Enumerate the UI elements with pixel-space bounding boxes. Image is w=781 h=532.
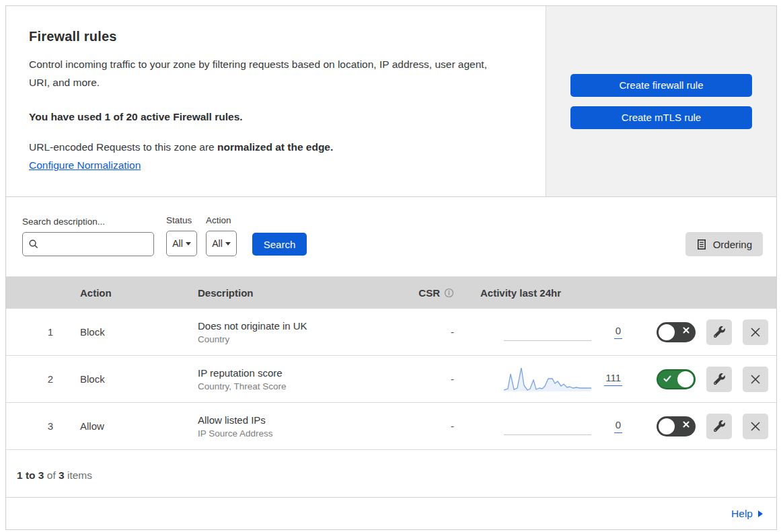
- activity-sparkline: [504, 365, 591, 394]
- action-dropdown-value: All: [212, 238, 223, 249]
- activity-flatline: [504, 434, 591, 435]
- activity-count-link[interactable]: 0: [614, 325, 622, 339]
- range-text: 1 to 3: [17, 469, 44, 482]
- search-box: [22, 232, 154, 256]
- rules-table-body: 1 Block Does not originate in UK Country…: [6, 309, 776, 450]
- search-label: Search description...: [22, 217, 154, 227]
- chevron-down-icon: [225, 242, 231, 245]
- status-label: Status: [166, 215, 197, 225]
- status-dropdown[interactable]: All: [166, 231, 197, 256]
- column-csr-label: CSR: [418, 287, 440, 299]
- rule-description-cell: Does not originate in UK Country: [188, 320, 391, 344]
- hero-text: Firewall rules Control incoming traffic …: [6, 6, 546, 196]
- status-dropdown-value: All: [172, 238, 183, 249]
- action-label: Action: [206, 215, 237, 225]
- page-title: Firewall rules: [29, 29, 519, 44]
- cross-icon: [683, 327, 690, 334]
- column-action: Action: [70, 287, 188, 299]
- rule-match-fields: Country: [198, 334, 391, 344]
- rule-activity-cell: 0: [465, 317, 632, 347]
- table-row: 3 Allow Allow listed IPs IP Source Addre…: [6, 403, 776, 450]
- pagination-summary: 1 to 3 of 3 items: [6, 450, 776, 497]
- toggle-knob: [677, 371, 694, 387]
- close-icon: [749, 373, 761, 385]
- rule-description-cell: IP reputation score Country, Threat Scor…: [188, 367, 391, 391]
- page-description: Control incoming traffic to your zone by…: [29, 56, 507, 91]
- delete-rule-button[interactable]: [743, 414, 768, 439]
- filter-bar: Search description... Status All Action …: [6, 197, 776, 276]
- rule-enabled-toggle[interactable]: [657, 416, 696, 436]
- rule-description[interactable]: Allow listed IPs: [198, 414, 391, 426]
- info-icon[interactable]: [444, 288, 454, 298]
- delete-rule-button[interactable]: [743, 319, 768, 345]
- create-mtls-rule-button[interactable]: Create mTLS rule: [570, 106, 752, 129]
- activity-sparkline: [504, 412, 591, 441]
- rule-match-fields: Country, Threat Score: [198, 381, 391, 391]
- chevron-down-icon: [186, 242, 191, 245]
- toggle-knob: [659, 324, 675, 340]
- ordering-icon: [696, 239, 707, 250]
- activity-count-link[interactable]: 111: [604, 372, 622, 386]
- help-row: Help: [6, 497, 776, 529]
- activity-flatline: [504, 340, 591, 341]
- rule-priority: 3: [6, 420, 70, 432]
- rule-csr-value: -: [391, 373, 465, 385]
- rule-action: Allow: [70, 420, 188, 432]
- rule-description[interactable]: IP reputation score: [198, 367, 391, 379]
- create-firewall-rule-button[interactable]: Create firewall rule: [570, 74, 752, 97]
- rule-enabled-toggle[interactable]: [657, 369, 696, 389]
- table-row: 2 Block IP reputation score Country, Thr…: [6, 356, 776, 403]
- edit-rule-button[interactable]: [706, 367, 732, 392]
- column-activity: Activity last 24hr: [465, 287, 632, 299]
- rule-action: Block: [70, 326, 188, 338]
- close-icon: [749, 326, 761, 338]
- normalization-note: URL-encoded Requests to this zone are no…: [29, 141, 519, 153]
- hero-section: Firewall rules Control incoming traffic …: [6, 6, 776, 197]
- edit-rule-button[interactable]: [706, 414, 732, 439]
- rule-controls: [632, 414, 776, 439]
- rule-description-cell: Allow listed IPs IP Source Address: [188, 414, 391, 439]
- search-input[interactable]: [43, 239, 148, 250]
- ordering-button-label: Ordering: [713, 239, 752, 250]
- search-button[interactable]: Search: [252, 233, 307, 256]
- rule-priority: 1: [6, 326, 70, 338]
- delete-rule-button[interactable]: [743, 367, 768, 392]
- table-header: Action Description CSR Activity last 24h…: [6, 276, 776, 309]
- rule-enabled-toggle[interactable]: [657, 322, 696, 342]
- action-filter-group: Action All: [206, 215, 237, 256]
- action-dropdown[interactable]: All: [206, 231, 237, 256]
- wrench-icon: [714, 373, 725, 385]
- rule-action: Block: [70, 373, 188, 385]
- activity-count-link[interactable]: 0: [614, 419, 622, 433]
- rule-controls: [632, 367, 776, 392]
- normalization-text: URL-encoded Requests to this zone are: [29, 141, 217, 153]
- help-link[interactable]: Help: [731, 508, 763, 520]
- total-text: 3: [59, 469, 65, 482]
- rule-csr-value: -: [391, 326, 465, 338]
- check-icon: [663, 374, 672, 383]
- rule-controls: [632, 319, 776, 345]
- configure-normalization-link[interactable]: Configure Normalization: [29, 159, 141, 172]
- wrench-icon: [714, 326, 725, 338]
- rule-description[interactable]: Does not originate in UK: [198, 320, 391, 332]
- normalization-bold-text: normalized at the edge.: [217, 141, 333, 153]
- rule-match-fields: IP Source Address: [198, 428, 391, 439]
- of-text: of: [44, 469, 59, 482]
- rule-activity-cell: 0: [465, 412, 632, 441]
- activity-sparkline: [504, 317, 591, 347]
- rule-csr-value: -: [391, 420, 465, 432]
- items-text: items: [65, 469, 92, 482]
- status-filter-group: Status All: [166, 215, 197, 256]
- firewall-rules-page: Firewall rules Control incoming traffic …: [5, 5, 777, 530]
- edit-rule-button[interactable]: [706, 319, 732, 345]
- cross-icon: [683, 421, 690, 428]
- rule-activity-cell: 111: [465, 365, 632, 394]
- toggle-knob: [659, 418, 675, 434]
- column-description: Description: [188, 287, 391, 299]
- close-icon: [749, 420, 761, 432]
- table-row: 1 Block Does not originate in UK Country…: [6, 309, 776, 356]
- ordering-button[interactable]: Ordering: [685, 232, 763, 256]
- column-csr: CSR: [391, 287, 465, 299]
- search-icon: [28, 239, 39, 250]
- wrench-icon: [714, 420, 725, 432]
